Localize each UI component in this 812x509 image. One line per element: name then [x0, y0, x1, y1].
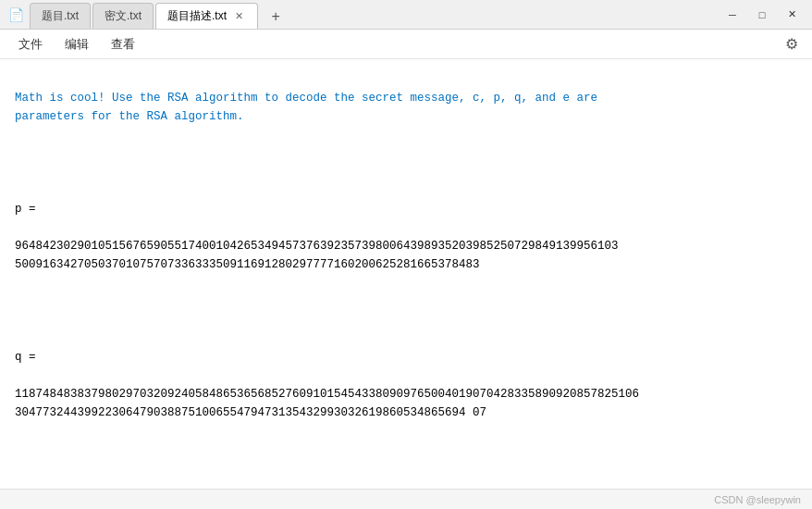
tabs-container: 题目.txt 密文.txt 题目描述.txt ✕ +: [30, 0, 720, 29]
tab-label: 题目描述.txt: [167, 8, 227, 24]
settings-gear-icon[interactable]: ⚙: [779, 31, 805, 57]
attribution-text: CSDN @sleepywin: [714, 494, 801, 505]
tab-label: 题目.txt: [42, 8, 79, 24]
tab-miwen[interactable]: 密文.txt: [92, 3, 154, 29]
menu-file[interactable]: 文件: [7, 32, 54, 56]
title-bar: 📄 题目.txt 密文.txt 题目描述.txt ✕ + ─ □ ✕: [0, 0, 812, 30]
tab-tumu[interactable]: 题目.txt: [30, 3, 91, 29]
intro-text: Math is cool! Use the RSA algorithm to d…: [15, 92, 597, 123]
p-value: 9648423029010515676590551740010426534945…: [15, 240, 619, 271]
minimize-button[interactable]: ─: [720, 6, 745, 24]
content-area: Math is cool! Use the RSA algorithm to d…: [0, 59, 812, 489]
q-label: q =: [15, 351, 36, 364]
content-block: Math is cool! Use the RSA algorithm to d…: [15, 70, 797, 489]
tab-label: 密文.txt: [105, 8, 141, 24]
maximize-button[interactable]: □: [749, 6, 775, 24]
p-label: p =: [15, 203, 36, 216]
tab-timumiaoshu[interactable]: 题目描述.txt ✕: [155, 3, 258, 29]
app-icon: 📄: [7, 6, 24, 23]
close-button[interactable]: ✕: [779, 6, 805, 24]
menu-edit[interactable]: 编辑: [54, 32, 100, 56]
window-controls: ─ □ ✕: [720, 6, 805, 24]
bottom-bar: CSDN @sleepywin: [0, 489, 812, 509]
menu-view[interactable]: 查看: [100, 32, 146, 56]
q-value: 1187484838379802970320924058486536568527…: [15, 388, 639, 419]
new-tab-button[interactable]: +: [264, 5, 288, 29]
tab-close-button[interactable]: ✕: [232, 9, 246, 23]
menu-bar: 文件 编辑 查看 ⚙: [0, 30, 812, 59]
